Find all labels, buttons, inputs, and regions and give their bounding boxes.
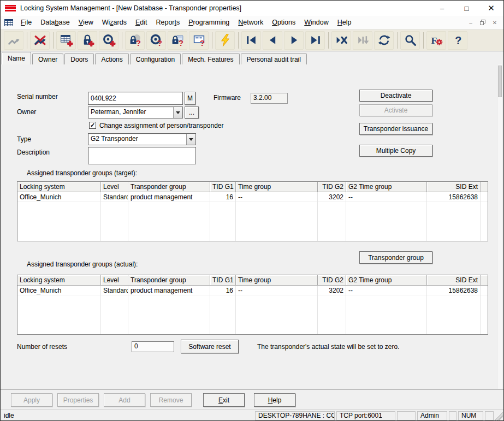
toolbar-button-new-transponder[interactable] — [99, 31, 118, 50]
column-header[interactable]: TID G2 — [318, 275, 346, 286]
column-header[interactable]: Transponder group — [128, 275, 210, 286]
toolbar-button-jump[interactable] — [4, 31, 23, 50]
menu-item-programming[interactable]: Programming — [184, 16, 234, 29]
column-header[interactable]: SID Ext — [427, 275, 481, 286]
menu-item-help[interactable]: Help — [333, 16, 356, 29]
column-header[interactable]: G2 Time group — [346, 275, 427, 286]
chevron-down-icon[interactable] — [173, 107, 182, 118]
table-cell[interactable]: -- — [236, 192, 317, 202]
table-cell[interactable] — [481, 192, 488, 202]
toolbar-button-previous-record[interactable] — [263, 31, 282, 50]
toolbar-button-search[interactable] — [400, 31, 420, 50]
m-button[interactable]: M — [185, 92, 195, 105]
owner-browse-button[interactable]: ... — [185, 106, 199, 118]
menu-item-file[interactable]: File — [16, 16, 36, 29]
mdi-close-button[interactable]: ✕ — [490, 19, 499, 26]
toolbar-button-programming[interactable] — [215, 31, 235, 50]
toolbar-button-execute[interactable] — [353, 31, 372, 50]
menu-item-view[interactable]: View — [74, 16, 98, 29]
mdi-restore-button[interactable] — [478, 19, 487, 26]
table-cell[interactable]: 16 — [210, 286, 235, 295]
column-header[interactable]: Time group — [236, 182, 318, 192]
vertical-scrollbar[interactable] — [497, 64, 502, 389]
column-header[interactable]: G2 Time group — [346, 182, 427, 192]
toolbar-button-first-record[interactable] — [241, 31, 261, 50]
resize-grip[interactable] — [495, 411, 503, 420]
toolbar-button-read-transponder[interactable]: ? — [146, 31, 166, 50]
menu-item-reports[interactable]: Reports — [151, 16, 184, 29]
column-header[interactable]: TID G2 — [318, 182, 346, 192]
column-header[interactable]: TID G1 — [210, 182, 236, 192]
menu-item-options[interactable]: Options — [268, 16, 300, 29]
close-button[interactable]: ✕ — [479, 1, 503, 16]
table-cell[interactable]: product management — [128, 286, 210, 295]
toolbar-button-read-lock-g1[interactable]: ? — [168, 31, 187, 50]
serial-number-input[interactable] — [88, 92, 183, 105]
activate-button[interactable]: Activate — [359, 104, 432, 116]
column-header[interactable]: Level — [101, 182, 128, 192]
toolbar-button-refresh[interactable] — [374, 31, 394, 50]
table-cell[interactable]: Office_Munich — [17, 286, 100, 295]
menu-item-database[interactable]: Database — [36, 16, 74, 29]
owner-select[interactable]: Peterman, Jennifer — [88, 106, 183, 118]
menu-item-window[interactable]: Window — [300, 16, 333, 29]
tab-configuration[interactable]: Configuration — [130, 54, 181, 64]
table-cell[interactable]: 15862638 — [427, 286, 480, 295]
multiple-copy-button[interactable]: Multiple Copy — [359, 145, 432, 157]
table-cell[interactable]: -- — [346, 286, 426, 295]
column-header[interactable]: Locking system — [17, 182, 101, 192]
type-select[interactable]: G2 Transponder — [88, 133, 196, 145]
column-header[interactable]: Level — [101, 275, 128, 286]
column-header[interactable]: Transponder group — [128, 182, 210, 192]
toolbar-button-read-lock[interactable]: ? — [125, 31, 145, 50]
table-cell[interactable]: 3202 — [318, 286, 346, 295]
table-cell[interactable]: -- — [346, 192, 426, 202]
toolbar-button-delete-record[interactable] — [331, 31, 351, 50]
table-cell[interactable]: Standard — [101, 192, 128, 202]
toolbar-button-filter-settings[interactable]: F — [426, 31, 446, 50]
mdi-minimize-button[interactable]: – — [466, 19, 475, 26]
tab-owner[interactable]: Owner — [32, 54, 63, 64]
toolbar-button-next-record[interactable] — [284, 31, 304, 50]
toolbar-button-help[interactable]: ? — [448, 31, 467, 50]
column-header[interactable] — [481, 275, 488, 286]
maximize-button[interactable]: □ — [454, 1, 479, 16]
exit-button[interactable]: Exit — [203, 393, 245, 407]
toolbar-button-new-lock[interactable] — [78, 31, 97, 50]
menu-item-network[interactable]: Network — [234, 16, 268, 29]
table-cell[interactable]: -- — [236, 286, 317, 295]
toolbar-button-last-record[interactable] — [305, 31, 325, 50]
transponder-group-button[interactable]: Transponder group — [359, 251, 432, 264]
chevron-down-icon[interactable] — [186, 134, 195, 145]
help-button[interactable]: Help — [254, 393, 295, 407]
change-assignment-checkbox[interactable]: ✓ — [89, 122, 96, 129]
table-cell[interactable]: 3202 — [318, 192, 346, 202]
tab-personal-audit-trail[interactable]: Personal audit trail — [241, 54, 307, 64]
table-cell[interactable]: product management — [128, 192, 210, 202]
toolbar-button-new-locking-system[interactable] — [56, 31, 76, 50]
properties-button[interactable]: Properties — [57, 393, 99, 407]
table-cell[interactable] — [481, 286, 488, 295]
software-reset-button[interactable]: Software reset — [181, 340, 239, 353]
column-header[interactable] — [481, 182, 488, 192]
column-header[interactable]: Locking system — [17, 275, 101, 286]
table-cell[interactable]: 15862638 — [427, 192, 480, 202]
description-input[interactable] — [88, 147, 196, 164]
column-header[interactable]: Time group — [236, 275, 318, 286]
table-cell[interactable]: 16 — [210, 192, 235, 202]
toolbar-button-disconnect[interactable] — [30, 31, 50, 50]
table-cell[interactable]: Standard — [101, 286, 128, 295]
tab-name[interactable]: Name — [2, 52, 31, 64]
tab-mech-features[interactable]: Mech. Features — [182, 54, 239, 64]
tab-actions[interactable]: Actions — [95, 54, 128, 64]
remove-button[interactable]: Remove — [150, 393, 192, 407]
toolbar-button-test[interactable]: ? — [189, 31, 209, 50]
column-header[interactable]: TID G1 — [210, 275, 236, 286]
menu-item-wizards[interactable]: Wizards — [98, 16, 131, 29]
transponder-issuance-button[interactable]: Transponder issuance — [359, 123, 432, 135]
minimize-button[interactable]: – — [430, 1, 454, 16]
scrollbar-thumb[interactable] — [498, 66, 502, 97]
menu-item-edit[interactable]: Edit — [131, 16, 152, 29]
add-button[interactable]: Add — [104, 393, 145, 407]
tab-doors[interactable]: Doors — [64, 54, 94, 64]
